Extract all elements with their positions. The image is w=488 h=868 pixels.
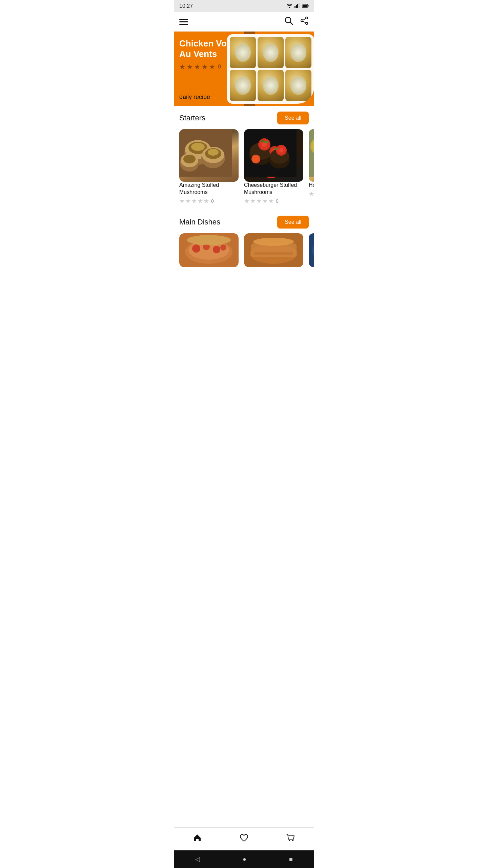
svg-point-37 [253,156,259,162]
svg-point-58 [213,246,220,253]
stuffed-mushrooms-name: Amazing Stuffed Mushrooms [179,182,219,195]
main-dish-image-3 [309,233,314,267]
svg-rect-3 [297,4,298,8]
featured-recipe-image [227,34,314,104]
star-2: ★ [187,63,193,71]
star-1: ★ [244,197,249,205]
star-5: ★ [209,63,215,71]
share-icon[interactable] [300,16,309,27]
recipe-card-hot-spin[interactable]: Hot Spin... ★ ★ [309,129,314,205]
svg-point-64 [253,238,294,246]
svg-rect-46 [309,129,314,177]
top-nav [174,12,314,32]
svg-point-10 [306,17,308,19]
svg-point-59 [220,244,226,251]
starters-title: Starters [179,114,205,122]
star-4: ★ [198,197,203,205]
daily-recipe-label: daily recipe [179,94,210,100]
hero-banner[interactable]: Chicken Vol Au Vents ★ ★ ★ ★ ★ 0 daily r… [174,32,314,106]
menu-icon[interactable] [179,19,188,25]
main-dish-image-1 [179,233,239,267]
stuffed-mushrooms-visual [179,129,239,182]
svg-line-9 [290,22,292,24]
svg-point-44 [261,140,265,142]
nav-right-icons [284,16,309,27]
star-3: ★ [191,197,197,205]
stuffed-mushrooms-stars: ★ ★ ★ ★ ★ 0 [179,197,239,205]
cheeseburger-mushrooms-rating: 0 [276,198,279,204]
starters-see-all-button[interactable]: See all [277,112,309,124]
svg-point-26 [183,155,196,163]
main-dishes-section-header: Main Dishes See all [174,210,314,232]
star-1: ★ [309,190,314,198]
starters-section-header: Starters See all [174,106,314,128]
star-3: ★ [194,63,200,71]
battery-icon [302,3,309,9]
cheeseburger-mushrooms-visual [244,129,303,182]
main-dish-card-3[interactable] [309,233,314,267]
star-5: ★ [204,197,209,205]
cheeseburger-mushrooms-image [244,129,303,182]
hot-spin-name: Hot Spin... [309,182,314,188]
svg-rect-4 [299,3,300,8]
hot-spin-image [309,129,314,182]
star-2: ★ [185,197,191,205]
cheeseburger-mushrooms-name: Cheeseburger Stuffed Mushrooms [244,182,297,195]
svg-point-19 [191,143,205,151]
svg-point-0 [289,7,290,8]
vav-5 [258,70,284,101]
svg-point-12 [306,22,308,24]
svg-rect-2 [296,5,297,8]
status-time: 10:27 [179,3,193,9]
vav-1 [230,37,256,68]
star-1: ★ [179,63,185,71]
svg-point-23 [208,149,219,156]
svg-rect-6 [303,5,307,7]
vol-au-vent-visual [227,34,314,104]
main-dish-card-1[interactable] [179,233,239,267]
featured-rating-count: 0 [218,64,221,70]
vav-3 [285,37,311,68]
cheeseburger-mushrooms-stars: ★ ★ ★ ★ ★ 0 [244,197,303,205]
hot-spin-visual [309,129,314,182]
star-2: ★ [250,197,256,205]
stuffed-mushrooms-image [179,129,239,182]
svg-point-60 [187,235,231,245]
stuffed-mushrooms-rating: 0 [211,198,214,204]
svg-rect-1 [294,6,296,8]
star-5: ★ [268,197,274,205]
main-dish-image-2 [244,233,303,267]
star-4: ★ [262,197,268,205]
vav-6 [285,70,311,101]
search-icon[interactable] [284,16,293,27]
status-bar: 10:27 [174,0,314,12]
svg-line-13 [303,19,306,20]
star-3: ★ [256,197,262,205]
wifi-icon [286,3,292,9]
status-icons [286,3,309,9]
vav-4 [230,70,256,101]
starters-recipe-list: Amazing Stuffed Mushrooms ★ ★ ★ ★ ★ 0 [174,128,314,210]
signal-icon [294,3,300,9]
svg-rect-65 [254,252,293,255]
svg-point-56 [192,244,200,253]
main-dish-card-2[interactable] [244,233,303,267]
recipe-card-stuffed-mushrooms[interactable]: Amazing Stuffed Mushrooms ★ ★ ★ ★ ★ 0 [179,129,239,205]
main-dishes-recipe-list [174,232,314,273]
vav-2 [258,37,284,68]
svg-point-42 [279,148,283,152]
hot-spin-stars: ★ ★ [309,190,314,198]
star-1: ★ [179,197,185,205]
svg-point-45 [274,148,279,150]
main-dishes-title: Main Dishes [179,218,220,226]
star-4: ★ [202,63,208,71]
svg-point-11 [301,20,303,22]
content-area: Chicken Vol Au Vents ★ ★ ★ ★ ★ 0 daily r… [174,32,314,313]
main-dishes-see-all-button[interactable]: See all [277,216,309,229]
svg-rect-7 [308,5,309,7]
recipe-card-cheeseburger-mushrooms[interactable]: Cheeseburger Stuffed Mushrooms ★ ★ ★ ★ ★… [244,129,303,205]
svg-line-14 [303,21,306,23]
